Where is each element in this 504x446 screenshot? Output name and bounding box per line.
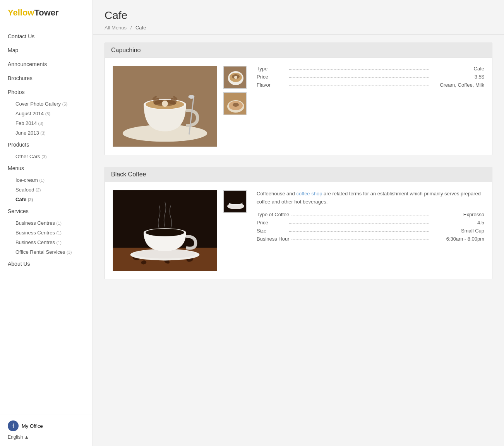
detail-row-price-bc: Price 4.5 bbox=[257, 220, 484, 226]
content-area: Capuchino bbox=[93, 35, 504, 299]
detail-value-business-hour: 6:30am - 8:00pm bbox=[430, 236, 484, 242]
page-title: Cafe bbox=[105, 9, 492, 22]
capuchino-thumbnails bbox=[223, 66, 247, 147]
sidebar-item-business-centres-3[interactable]: Business Centres (1) bbox=[0, 238, 93, 247]
detail-label-flavor: Flavor bbox=[257, 82, 288, 88]
svg-point-36 bbox=[229, 200, 243, 204]
detail-row-type: Type Cafe bbox=[257, 66, 484, 72]
black-coffee-main-image[interactable] bbox=[113, 190, 217, 271]
menu-card-header-black-coffee: Black Coffee bbox=[105, 167, 492, 182]
sidebar-item-other-cars[interactable]: Other Cars (3) bbox=[0, 152, 93, 161]
capuchino-thumb-2[interactable] bbox=[223, 92, 247, 115]
detail-dots bbox=[289, 231, 429, 232]
language-selector[interactable]: English ▲ bbox=[8, 434, 85, 440]
detail-label-type-of-coffee: Type of Coffee bbox=[257, 212, 289, 217]
sidebar-item-august-2014[interactable]: August 2014 (5) bbox=[0, 109, 93, 118]
menu-card-body-capuchino: Type Cafe Price 3.5$ Flavor Cream, Coffe… bbox=[105, 58, 492, 155]
breadcrumb-separator: / bbox=[130, 25, 132, 31]
menu-card-black-coffee: Black Coffee bbox=[105, 167, 492, 279]
page-header: Cafe All Menus / Cafe bbox=[93, 0, 504, 35]
sidebar-footer: f My Office English ▲ bbox=[0, 415, 93, 442]
my-office-row[interactable]: f My Office bbox=[8, 420, 85, 431]
sidebar-item-june-2013[interactable]: June 2013 (3) bbox=[0, 128, 93, 138]
detail-label-business-hour: Business Hour bbox=[257, 236, 290, 242]
breadcrumb: All Menus / Cafe bbox=[105, 25, 492, 31]
black-coffee-details: Coffeehouse and coffee shop are related … bbox=[253, 190, 484, 271]
main-content: Cafe All Menus / Cafe Capuchino bbox=[93, 0, 504, 446]
sidebar-item-announcements[interactable]: Announcements bbox=[0, 57, 93, 71]
detail-dots bbox=[291, 239, 429, 240]
detail-value-price-bc: 4.5 bbox=[430, 220, 484, 226]
detail-dots bbox=[289, 77, 429, 78]
sidebar-item-cafe[interactable]: Cafe (2) bbox=[0, 195, 93, 204]
capuchino-main-image[interactable] bbox=[113, 66, 217, 147]
detail-row-price: Price 3.5$ bbox=[257, 74, 484, 80]
menu-card-body-black-coffee: Coffeehouse and coffee shop are related … bbox=[105, 182, 492, 279]
svg-point-22 bbox=[233, 103, 239, 107]
logo-dark: Tower bbox=[34, 8, 58, 17]
sidebar-item-contact-us[interactable]: Contact Us bbox=[0, 29, 93, 43]
sidebar-item-photos[interactable]: Photos bbox=[0, 85, 93, 99]
capuchino-thumb-1[interactable] bbox=[223, 66, 247, 89]
black-coffee-thumbnails bbox=[223, 190, 247, 271]
svg-point-33 bbox=[146, 229, 184, 236]
svg-point-11 bbox=[162, 101, 168, 107]
detail-dots bbox=[289, 85, 429, 86]
detail-row-size: Size Small Cup bbox=[257, 228, 484, 234]
sidebar-item-services[interactable]: Services bbox=[0, 204, 93, 218]
detail-label-price: Price bbox=[257, 74, 288, 80]
detail-dots bbox=[289, 69, 429, 70]
breadcrumb-parent[interactable]: All Menus bbox=[105, 25, 127, 31]
detail-row-flavor: Flavor Cream, Coffee, Milk bbox=[257, 82, 484, 88]
detail-row-business-hour: Business Hour 6:30am - 8:00pm bbox=[257, 236, 484, 242]
capuchino-details: Type Cafe Price 3.5$ Flavor Cream, Coffe… bbox=[253, 66, 484, 147]
sidebar-item-products[interactable]: Products bbox=[0, 138, 93, 152]
sidebar-item-ice-cream[interactable]: Ice-cream (1) bbox=[0, 175, 93, 185]
sidebar-item-about-us[interactable]: About Us bbox=[0, 257, 93, 271]
breadcrumb-current: Cafe bbox=[135, 25, 146, 31]
detail-label-type: Type bbox=[257, 66, 288, 72]
menu-card-header-capuchino: Capuchino bbox=[105, 43, 492, 58]
detail-value-type: Cafe bbox=[430, 66, 484, 72]
sidebar-item-menus[interactable]: Menus bbox=[0, 161, 93, 175]
logo-area: YellowTower bbox=[0, 0, 93, 29]
sidebar-item-brochures[interactable]: Brochures bbox=[0, 71, 93, 85]
detail-row-type-of-coffee: Type of Coffee Expresso bbox=[257, 212, 484, 217]
detail-value-price: 3.5$ bbox=[430, 74, 484, 80]
detail-value-flavor: Cream, Coffee, Milk bbox=[430, 82, 484, 88]
sidebar-item-business-centres-1[interactable]: Business Centres (1) bbox=[0, 218, 93, 228]
facebook-icon: f bbox=[8, 420, 19, 431]
sidebar-item-cover-photo-gallery[interactable]: Cover Photo Gallery (5) bbox=[0, 99, 93, 109]
coffee-shop-link[interactable]: coffee shop bbox=[296, 191, 322, 197]
sidebar: YellowTower Contact Us Map Announcements… bbox=[0, 0, 93, 446]
detail-label-size: Size bbox=[257, 228, 288, 234]
sidebar-item-seafood[interactable]: Seafood (2) bbox=[0, 185, 93, 195]
menu-card-capuchino: Capuchino bbox=[105, 43, 492, 155]
sidebar-item-feb-2014[interactable]: Feb 2014 (3) bbox=[0, 118, 93, 128]
sidebar-item-business-centres-2[interactable]: Business Centres (1) bbox=[0, 228, 93, 238]
detail-value-size: Small Cup bbox=[430, 228, 484, 234]
my-office-label: My Office bbox=[22, 423, 43, 429]
detail-value-type-of-coffee: Expresso bbox=[430, 212, 484, 217]
black-coffee-description: Coffeehouse and coffee shop are related … bbox=[257, 190, 484, 206]
logo-yellow: Yellow bbox=[8, 8, 34, 17]
sidebar-item-map[interactable]: Map bbox=[0, 43, 93, 57]
svg-point-13 bbox=[189, 95, 195, 99]
logo: YellowTower bbox=[8, 8, 85, 18]
black-coffee-thumb-1[interactable] bbox=[223, 190, 247, 213]
sidebar-item-office-rental-services[interactable]: Office Rental Services (3) bbox=[0, 247, 93, 257]
detail-dots bbox=[289, 223, 429, 224]
svg-point-18 bbox=[234, 76, 237, 79]
detail-label-price-bc: Price bbox=[257, 220, 288, 226]
detail-dots bbox=[291, 215, 429, 215]
